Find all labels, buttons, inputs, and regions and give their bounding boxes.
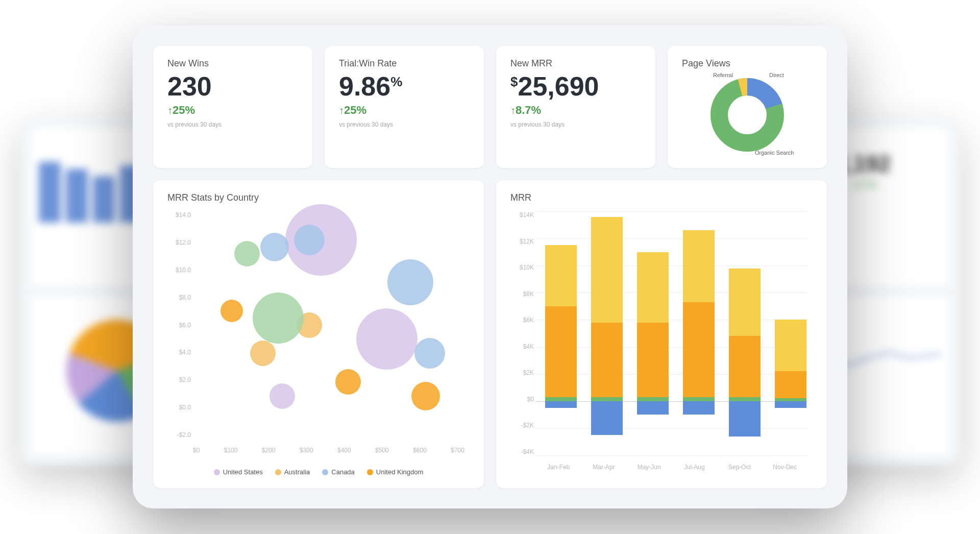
bubble-point xyxy=(294,225,325,255)
chart-mrr[interactable]: MRR $14K$12K$10K$8K$6K$4K$2K$0-$2K-$4K J… xyxy=(496,180,827,488)
kpi-trial-win-rate[interactable]: Trial:Win Rate 9.86% ↑25% vs previous 30… xyxy=(325,46,484,168)
kpi-value: 9.86% xyxy=(339,73,470,100)
kpi-title: Page Views xyxy=(682,58,813,69)
chart-title: MRR xyxy=(510,192,813,203)
bar-segment xyxy=(591,397,623,401)
bar-segment xyxy=(637,397,669,401)
kpi-new-wins[interactable]: New Wins 230 ↑25% vs previous 30 days xyxy=(153,46,312,168)
x-axis: Jan-FebMar-AprMay-JunJul-AugSep-OctNov-D… xyxy=(536,464,807,471)
donut-label-referral: Referral xyxy=(713,72,733,78)
charts-row: MRR Stats by Country $14.0$12.0$10.0$8.0… xyxy=(153,180,827,488)
legend-item-uk: United Kingdom xyxy=(367,468,424,476)
bubble-point xyxy=(270,383,295,409)
bar-column xyxy=(541,211,573,455)
kpi-row: New Wins 230 ↑25% vs previous 30 days Tr… xyxy=(153,46,827,168)
bar-segment xyxy=(545,397,577,401)
y-axis: $14K$12K$10K$8K$6K$4K$2K$0-$2K-$4K xyxy=(510,211,534,455)
kpi-delta: ↑25% xyxy=(339,104,470,117)
bar-segment xyxy=(775,320,806,371)
arrow-up-icon: ↑ xyxy=(339,105,344,116)
bar-segment xyxy=(591,217,623,323)
bar-segment xyxy=(591,323,623,397)
dot-icon xyxy=(214,469,220,475)
bar-segment xyxy=(683,401,715,415)
stacked-bar-chart: $14K$12K$10K$8K$6K$4K$2K$0-$2K-$4K Jan-F… xyxy=(510,211,813,476)
kpi-page-views[interactable]: Page Views Referral Direct Organic Searc… xyxy=(668,46,827,168)
bar-column xyxy=(587,211,619,455)
donut-label-organic: Organic Search xyxy=(755,150,794,156)
bar-segment xyxy=(729,269,761,336)
kpi-value: $25,690 xyxy=(510,73,641,100)
kpi-title: New MRR xyxy=(510,58,641,69)
kpi-title: New Wins xyxy=(167,58,298,69)
bar-segment xyxy=(775,398,806,401)
bar-segment xyxy=(729,397,761,401)
bubble-point xyxy=(414,338,445,369)
kpi-subtitle: vs previous 30 days xyxy=(510,121,641,128)
dot-icon xyxy=(275,469,281,475)
bubble-point xyxy=(335,369,361,395)
kpi-delta: ↑8.7% xyxy=(510,104,641,117)
legend-item-au: Australia xyxy=(275,468,310,476)
dot-icon xyxy=(367,469,373,475)
donut-label-direct: Direct xyxy=(769,72,784,78)
bubble-point xyxy=(387,259,433,305)
dashboard-tablet: New Wins 230 ↑25% vs previous 30 days Tr… xyxy=(133,26,847,508)
kpi-subtitle: vs previous 30 days xyxy=(339,121,470,128)
bar-segment xyxy=(591,401,623,435)
kpi-new-mrr[interactable]: New MRR $25,690 ↑8.7% vs previous 30 day… xyxy=(496,46,655,168)
legend-item-us: United States xyxy=(214,468,263,476)
bar-segment xyxy=(775,401,806,408)
bar-segment xyxy=(637,401,669,415)
kpi-subtitle: vs previous 30 days xyxy=(167,121,298,128)
donut-chart: Referral Direct Organic Search xyxy=(682,69,813,156)
bar-segment xyxy=(775,371,806,398)
bar-segment xyxy=(729,336,761,397)
dot-icon xyxy=(322,469,328,475)
chart-mrr-by-country[interactable]: MRR Stats by Country $14.0$12.0$10.0$8.0… xyxy=(153,180,484,488)
bubble-point xyxy=(250,341,276,366)
bar-column xyxy=(771,211,802,455)
bar-segment xyxy=(683,302,715,397)
legend-item-ca: Canada xyxy=(322,468,355,476)
bar-column xyxy=(633,211,665,455)
arrow-up-icon: ↑ xyxy=(167,105,173,116)
bubble-point xyxy=(253,293,304,344)
bubble-point xyxy=(411,382,440,410)
legend: United States Australia Canada United Ki… xyxy=(167,468,470,476)
bubble-chart: $14.0$12.0$10.0$8.0$6.0$4.0$2.0$0.0-$2.0… xyxy=(167,211,470,464)
bubble-point xyxy=(356,308,418,370)
bar-segment xyxy=(637,252,669,323)
bubble-point xyxy=(220,300,243,322)
bubble-point xyxy=(260,233,289,261)
bar-segment xyxy=(637,323,669,397)
bar-segment xyxy=(545,245,577,306)
y-axis: $14.0$12.0$10.0$8.0$6.0$4.0$2.0$0.0-$2.0 xyxy=(167,211,191,439)
kpi-title: Trial:Win Rate xyxy=(339,58,470,69)
bar-segment xyxy=(545,306,577,397)
x-axis: $0$100$200$300$400$500$600$700 xyxy=(193,447,464,454)
bar-column xyxy=(725,211,756,455)
bar-segment xyxy=(683,230,715,302)
bubble-point xyxy=(234,241,260,266)
bar-segment xyxy=(683,397,715,401)
kpi-delta: ↑25% xyxy=(167,104,298,117)
bar-segment xyxy=(729,401,761,436)
chart-title: MRR Stats by Country xyxy=(167,192,470,203)
kpi-value: 230 xyxy=(167,73,298,100)
bar-segment xyxy=(545,401,577,408)
bar-column xyxy=(679,211,710,455)
arrow-up-icon: ↑ xyxy=(510,105,516,116)
